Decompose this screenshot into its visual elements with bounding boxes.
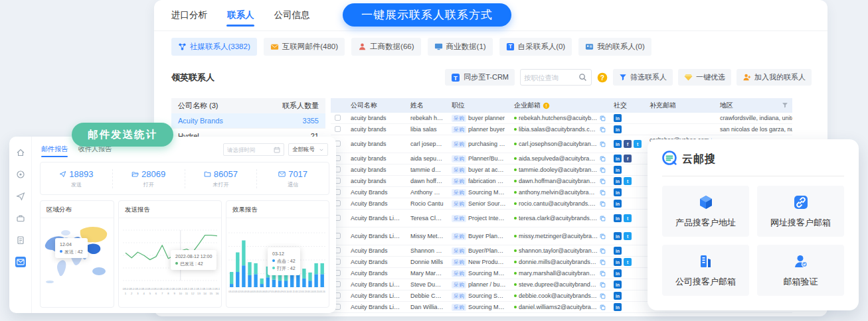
position-search-input[interactable] [524, 74, 578, 82]
facebook-icon[interactable]: f [624, 155, 632, 162]
region-filter-icon[interactable] [782, 102, 788, 109]
svg-text:08-0: 08-0 [165, 287, 171, 290]
title-cell: 采购Buyer Planner [448, 233, 510, 240]
title-cell: 采购buyer planner [448, 115, 510, 122]
copy-icon[interactable] [600, 201, 606, 207]
linkedin-icon[interactable]: in [614, 232, 622, 240]
filter-chip[interactable]: 商业数据(1) [428, 38, 493, 56]
linkedin-icon[interactable]: in [614, 281, 622, 289]
linkedin-icon[interactable]: in [614, 303, 622, 311]
filter-chip[interactable]: 互联网邮件(480) [264, 38, 345, 56]
contact-row[interactable]: acuity brands libia salas 采购planner buye… [331, 124, 792, 135]
mailsearch-card[interactable]: 产品搜客户地址 [662, 186, 749, 237]
twitter-icon[interactable]: t [624, 214, 632, 222]
filter-chip[interactable]: 工商数据(66) [351, 38, 420, 56]
sync-tcrm-button[interactable]: T 同步至T-CRM [445, 69, 515, 86]
mailsearch-card[interactable]: 邮箱验证 [757, 245, 844, 296]
linkedin-icon[interactable]: in [614, 155, 622, 162]
copy-icon[interactable] [600, 282, 606, 288]
contact-row[interactable]: acuity brands rebekah hutchens 采购buyer p… [331, 113, 792, 124]
linkedin-icon[interactable]: in [614, 200, 622, 208]
svg-text:03-03: 03-03 [241, 290, 247, 293]
row-checkbox[interactable] [335, 115, 341, 121]
tab-0[interactable]: 进口分析 [171, 9, 207, 27]
metrics-summary: 18893 发送 28069 打开 86057 未打开 7017 退信 [40, 162, 329, 195]
company-cell: Acuity Brands Lighting [347, 215, 406, 222]
home-icon[interactable] [15, 147, 26, 158]
svg-text:8: 8 [167, 292, 169, 295]
customers-icon[interactable] [15, 169, 26, 180]
stats-tab[interactable]: 邮件报告 [41, 145, 68, 157]
linkedin-icon[interactable]: in [614, 258, 622, 266]
mailsearch-card[interactable]: 网址搜客户邮箱 [757, 186, 844, 237]
linkedin-icon[interactable]: in [614, 114, 622, 122]
twitter-icon[interactable]: t [624, 258, 632, 266]
filter-contacts-button[interactable]: 筛选联系人 [613, 69, 673, 86]
company-cell: Acuity Brands Lighting [347, 292, 406, 299]
company-cell: Acuity Brands [347, 189, 406, 196]
name-cell: Dan Williams [406, 304, 448, 310]
linkedin-icon[interactable]: in [614, 177, 622, 185]
mailsearch-card[interactable]: 公司搜客户邮箱 [662, 245, 749, 296]
copy-icon[interactable] [600, 233, 606, 239]
email-cell: teresa.clark@acuitybrands.com [510, 215, 610, 222]
linkedin-icon[interactable]: in [614, 188, 622, 196]
filter-chip[interactable]: 我的联系人(0) [578, 38, 651, 56]
monitor-blue-icon [434, 42, 443, 51]
copy-icon[interactable] [600, 141, 606, 147]
copy-icon[interactable] [600, 115, 606, 121]
svg-text:2: 2 [131, 292, 133, 295]
chevron-down-icon [319, 147, 324, 153]
mail-icon[interactable] [15, 257, 26, 267]
name-cell: libia salas [406, 126, 448, 133]
email-hint-icon[interactable]: ! [543, 102, 550, 109]
svg-text:7: 7 [161, 292, 163, 295]
row-checkbox[interactable] [335, 126, 341, 132]
metric-打开: 28069 打开 [113, 169, 185, 188]
linkedin-icon[interactable]: in [614, 214, 622, 222]
linkedin-icon[interactable]: in [614, 247, 622, 255]
linkedin-icon[interactable]: in [614, 269, 622, 277]
copy-icon[interactable] [600, 248, 606, 254]
copy-icon[interactable] [600, 178, 606, 184]
copy-icon[interactable] [600, 216, 606, 222]
account-select[interactable]: 全部账号 [288, 143, 328, 156]
tab-1[interactable]: 联系人 [227, 9, 254, 27]
filter-chip[interactable]: T自采联系人(0) [499, 38, 572, 56]
svg-text:03-06: 03-06 [259, 290, 265, 293]
send-report-card: 发送报告 08-0 108-0 208-0 308-0 408-0 508-0 … [118, 200, 222, 308]
copy-icon[interactable] [600, 259, 606, 265]
position-search-box[interactable] [520, 69, 592, 86]
filter-chip[interactable]: 社媒联系人(3382) [171, 38, 257, 56]
cloud-mailsearch-panel: 云邮搜 产品搜客户地址 网址搜客户邮箱 公司搜客户邮箱 邮箱验证 [648, 139, 859, 310]
facebook-icon[interactable]: f [624, 140, 632, 148]
twitter-icon[interactable]: t [624, 177, 632, 185]
copy-icon[interactable] [600, 127, 606, 133]
copy-icon[interactable] [600, 190, 606, 196]
company-row[interactable]: Acuity Brands3355 [171, 113, 325, 129]
search-icon[interactable] [578, 73, 587, 82]
add-to-my-contacts-button[interactable]: 加入我的联系人 [737, 69, 812, 86]
title-cell: 采购Sourcing Specialist [448, 292, 510, 300]
copy-icon[interactable] [600, 271, 606, 277]
copy-icon[interactable] [600, 304, 606, 310]
briefcase-icon[interactable] [15, 213, 26, 224]
report-icon[interactable] [15, 235, 26, 245]
twitter-icon[interactable]: t [624, 232, 632, 240]
linkedin-icon[interactable]: in [614, 166, 622, 174]
copy-icon[interactable] [600, 293, 606, 299]
date-input[interactable] [227, 147, 270, 153]
help-icon[interactable]: ? [597, 72, 608, 83]
twitter-icon[interactable]: t [634, 140, 642, 148]
send-icon[interactable] [15, 191, 26, 202]
email-cell: aida.sepulveda@acuitybrands.com [510, 155, 610, 162]
tab-2[interactable]: 公司信息 [274, 9, 310, 27]
date-range-picker[interactable] [223, 143, 284, 156]
linkedin-icon[interactable]: in [614, 292, 622, 300]
one-click-optimize-button[interactable]: 一键优选 [678, 69, 731, 86]
mailsearch-card-grid: 产品搜客户地址 网址搜客户邮箱 公司搜客户邮箱 邮箱验证 [648, 176, 859, 305]
linkedin-icon[interactable]: in [614, 125, 622, 133]
copy-icon[interactable] [600, 156, 606, 162]
linkedin-icon[interactable]: in [614, 140, 622, 148]
copy-icon[interactable] [600, 167, 606, 173]
